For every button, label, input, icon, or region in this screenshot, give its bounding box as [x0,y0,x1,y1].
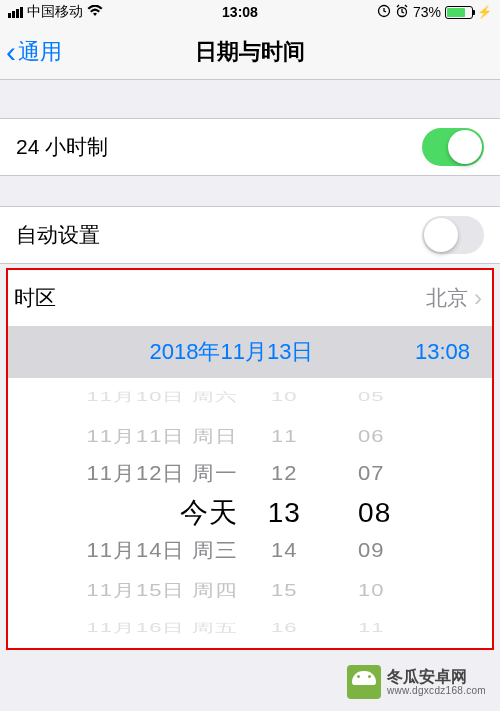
chevron-right-icon: › [474,284,482,312]
picker-hour-item[interactable]: 13 [268,494,301,533]
timezone-label: 时区 [14,284,56,312]
picker-date-item[interactable]: 11月14日 周三 [86,534,238,569]
datetime-picker[interactable]: 11月10日 周六 11月11日 周日 11月12日 周一 今天 11月14日 … [8,378,492,648]
alarm-icon [395,4,409,21]
picker-hour-item[interactable]: 10 [271,387,297,408]
status-left: 中国移动 [8,3,103,21]
picker-date-item[interactable]: 11月16日 周五 [86,618,238,639]
row-24hour-label: 24 小时制 [16,133,108,161]
picker-min-item[interactable]: 06 [358,421,384,451]
picker-hour-item[interactable]: 15 [271,575,297,605]
picker-date-item[interactable]: 11月12日 周一 [86,457,238,492]
highlight-box: 时区 北京 › 2018年11月13日 13:08 11月10日 周六 11月1… [6,268,494,650]
battery-icon [445,6,473,19]
watermark-name: 冬瓜安卓网 [387,668,486,686]
back-label: 通用 [18,37,62,67]
battery-pct: 73% [413,4,441,20]
picker-min-item[interactable]: 10 [358,575,384,605]
picker-col-minute[interactable]: 05 06 07 08 09 10 11 [318,378,474,648]
watermark: 冬瓜安卓网 www.dgxcdz168.com [343,663,490,701]
row-autoset[interactable]: 自动设置 [0,206,500,264]
charging-icon: ⚡ [477,5,492,19]
row-24hour[interactable]: 24 小时制 [0,118,500,176]
row-datetime[interactable]: 2018年11月13日 13:08 [8,326,492,378]
row-timezone[interactable]: 时区 北京 › [8,270,492,326]
picker-col-date[interactable]: 11月10日 周六 11月11日 周日 11月12日 周一 今天 11月14日 … [26,378,250,648]
selected-date: 2018年11月13日 [8,337,415,367]
picker-date-item[interactable]: 11月10日 周六 [86,387,238,408]
picker-hour-item[interactable]: 11 [271,421,297,451]
status-right: 73% ⚡ [377,4,492,21]
picker-min-item[interactable]: 05 [358,387,384,408]
picker-col-hour[interactable]: 10 11 12 13 14 15 16 [250,378,318,648]
wifi-icon [87,4,103,20]
picker-min-item[interactable]: 07 [358,457,384,492]
page-title: 日期与时间 [195,37,305,67]
picker-date-item[interactable]: 11月15日 周四 [86,575,238,605]
timezone-value: 北京 [426,284,468,312]
status-bar: 中国移动 13:08 73% ⚡ [0,0,500,24]
row-autoset-label: 自动设置 [16,221,100,249]
android-icon [347,665,381,699]
watermark-url: www.dgxcdz168.com [387,685,486,696]
chevron-left-icon: ‹ [6,37,16,67]
picker-date-item[interactable]: 11月11日 周日 [86,421,238,451]
picker-hour-item[interactable]: 14 [271,534,297,569]
picker-date-item[interactable]: 今天 [180,494,238,533]
selected-time: 13:08 [415,339,470,365]
picker-min-item[interactable]: 11 [358,618,384,639]
picker-min-item[interactable]: 09 [358,534,384,569]
back-button[interactable]: ‹ 通用 [0,37,62,67]
status-time: 13:08 [222,4,258,20]
rotation-lock-icon [377,4,391,21]
signal-icon [8,7,23,18]
carrier-label: 中国移动 [27,3,83,21]
picker-hour-item[interactable]: 12 [271,457,297,492]
toggle-autoset[interactable] [422,216,484,254]
toggle-24hour[interactable] [422,128,484,166]
picker-hour-item[interactable]: 16 [271,618,297,639]
nav-bar: ‹ 通用 日期与时间 [0,24,500,80]
picker-min-item[interactable]: 08 [358,494,391,533]
